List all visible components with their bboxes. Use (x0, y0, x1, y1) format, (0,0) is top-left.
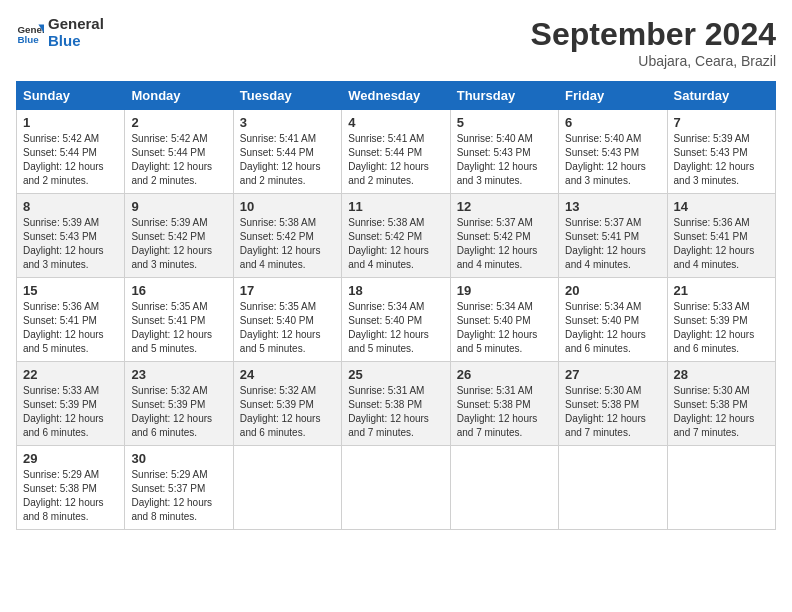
title-block: September 2024 Ubajara, Ceara, Brazil (531, 16, 776, 69)
day-info: Sunrise: 5:38 AMSunset: 5:42 PMDaylight:… (240, 216, 335, 272)
day-info: Sunrise: 5:38 AMSunset: 5:42 PMDaylight:… (348, 216, 443, 272)
calendar-week-4: 22Sunrise: 5:33 AMSunset: 5:39 PMDayligh… (17, 362, 776, 446)
calendar-cell: 18Sunrise: 5:34 AMSunset: 5:40 PMDayligh… (342, 278, 450, 362)
day-info: Sunrise: 5:36 AMSunset: 5:41 PMDaylight:… (674, 216, 769, 272)
day-number: 1 (23, 115, 118, 130)
col-header-saturday: Saturday (667, 82, 775, 110)
day-info: Sunrise: 5:34 AMSunset: 5:40 PMDaylight:… (348, 300, 443, 356)
day-number: 6 (565, 115, 660, 130)
calendar-cell: 20Sunrise: 5:34 AMSunset: 5:40 PMDayligh… (559, 278, 667, 362)
day-info: Sunrise: 5:37 AMSunset: 5:42 PMDaylight:… (457, 216, 552, 272)
day-number: 23 (131, 367, 226, 382)
calendar-cell: 9Sunrise: 5:39 AMSunset: 5:42 PMDaylight… (125, 194, 233, 278)
calendar-cell: 12Sunrise: 5:37 AMSunset: 5:42 PMDayligh… (450, 194, 558, 278)
calendar-cell: 6Sunrise: 5:40 AMSunset: 5:43 PMDaylight… (559, 110, 667, 194)
calendar-cell: 27Sunrise: 5:30 AMSunset: 5:38 PMDayligh… (559, 362, 667, 446)
page-header: General Blue General Blue September 2024… (16, 16, 776, 69)
day-info: Sunrise: 5:32 AMSunset: 5:39 PMDaylight:… (240, 384, 335, 440)
calendar-cell: 23Sunrise: 5:32 AMSunset: 5:39 PMDayligh… (125, 362, 233, 446)
calendar-cell: 21Sunrise: 5:33 AMSunset: 5:39 PMDayligh… (667, 278, 775, 362)
day-number: 4 (348, 115, 443, 130)
day-info: Sunrise: 5:34 AMSunset: 5:40 PMDaylight:… (457, 300, 552, 356)
calendar-cell: 10Sunrise: 5:38 AMSunset: 5:42 PMDayligh… (233, 194, 341, 278)
day-info: Sunrise: 5:33 AMSunset: 5:39 PMDaylight:… (674, 300, 769, 356)
calendar-cell: 3Sunrise: 5:41 AMSunset: 5:44 PMDaylight… (233, 110, 341, 194)
day-number: 17 (240, 283, 335, 298)
day-number: 14 (674, 199, 769, 214)
calendar-cell: 15Sunrise: 5:36 AMSunset: 5:41 PMDayligh… (17, 278, 125, 362)
day-info: Sunrise: 5:40 AMSunset: 5:43 PMDaylight:… (565, 132, 660, 188)
calendar-cell: 24Sunrise: 5:32 AMSunset: 5:39 PMDayligh… (233, 362, 341, 446)
day-info: Sunrise: 5:29 AMSunset: 5:37 PMDaylight:… (131, 468, 226, 524)
day-info: Sunrise: 5:30 AMSunset: 5:38 PMDaylight:… (565, 384, 660, 440)
calendar-cell: 13Sunrise: 5:37 AMSunset: 5:41 PMDayligh… (559, 194, 667, 278)
day-info: Sunrise: 5:41 AMSunset: 5:44 PMDaylight:… (240, 132, 335, 188)
day-info: Sunrise: 5:36 AMSunset: 5:41 PMDaylight:… (23, 300, 118, 356)
logo-line1: General (48, 16, 104, 33)
calendar-cell: 4Sunrise: 5:41 AMSunset: 5:44 PMDaylight… (342, 110, 450, 194)
day-info: Sunrise: 5:41 AMSunset: 5:44 PMDaylight:… (348, 132, 443, 188)
calendar-table: SundayMondayTuesdayWednesdayThursdayFrid… (16, 81, 776, 530)
day-info: Sunrise: 5:33 AMSunset: 5:39 PMDaylight:… (23, 384, 118, 440)
day-number: 30 (131, 451, 226, 466)
day-info: Sunrise: 5:35 AMSunset: 5:40 PMDaylight:… (240, 300, 335, 356)
day-number: 12 (457, 199, 552, 214)
day-number: 28 (674, 367, 769, 382)
day-number: 22 (23, 367, 118, 382)
svg-text:Blue: Blue (17, 33, 39, 44)
day-number: 13 (565, 199, 660, 214)
day-number: 8 (23, 199, 118, 214)
col-header-friday: Friday (559, 82, 667, 110)
day-number: 26 (457, 367, 552, 382)
col-header-thursday: Thursday (450, 82, 558, 110)
day-info: Sunrise: 5:29 AMSunset: 5:38 PMDaylight:… (23, 468, 118, 524)
day-number: 11 (348, 199, 443, 214)
col-header-monday: Monday (125, 82, 233, 110)
day-number: 24 (240, 367, 335, 382)
day-info: Sunrise: 5:42 AMSunset: 5:44 PMDaylight:… (23, 132, 118, 188)
day-info: Sunrise: 5:34 AMSunset: 5:40 PMDaylight:… (565, 300, 660, 356)
calendar-week-3: 15Sunrise: 5:36 AMSunset: 5:41 PMDayligh… (17, 278, 776, 362)
logo-line2: Blue (48, 33, 104, 50)
calendar-cell: 30Sunrise: 5:29 AMSunset: 5:37 PMDayligh… (125, 446, 233, 530)
month-title: September 2024 (531, 16, 776, 53)
calendar-cell (450, 446, 558, 530)
calendar-cell (342, 446, 450, 530)
day-info: Sunrise: 5:42 AMSunset: 5:44 PMDaylight:… (131, 132, 226, 188)
calendar-week-5: 29Sunrise: 5:29 AMSunset: 5:38 PMDayligh… (17, 446, 776, 530)
day-number: 19 (457, 283, 552, 298)
day-number: 20 (565, 283, 660, 298)
day-number: 21 (674, 283, 769, 298)
calendar-cell: 14Sunrise: 5:36 AMSunset: 5:41 PMDayligh… (667, 194, 775, 278)
calendar-cell: 2Sunrise: 5:42 AMSunset: 5:44 PMDaylight… (125, 110, 233, 194)
day-info: Sunrise: 5:31 AMSunset: 5:38 PMDaylight:… (348, 384, 443, 440)
col-header-tuesday: Tuesday (233, 82, 341, 110)
col-header-sunday: Sunday (17, 82, 125, 110)
day-number: 27 (565, 367, 660, 382)
day-number: 2 (131, 115, 226, 130)
calendar-week-1: 1Sunrise: 5:42 AMSunset: 5:44 PMDaylight… (17, 110, 776, 194)
calendar-cell: 7Sunrise: 5:39 AMSunset: 5:43 PMDaylight… (667, 110, 775, 194)
calendar-cell: 22Sunrise: 5:33 AMSunset: 5:39 PMDayligh… (17, 362, 125, 446)
day-info: Sunrise: 5:35 AMSunset: 5:41 PMDaylight:… (131, 300, 226, 356)
day-number: 9 (131, 199, 226, 214)
calendar-cell (559, 446, 667, 530)
calendar-week-2: 8Sunrise: 5:39 AMSunset: 5:43 PMDaylight… (17, 194, 776, 278)
day-number: 25 (348, 367, 443, 382)
day-number: 16 (131, 283, 226, 298)
calendar-cell: 17Sunrise: 5:35 AMSunset: 5:40 PMDayligh… (233, 278, 341, 362)
calendar-cell: 11Sunrise: 5:38 AMSunset: 5:42 PMDayligh… (342, 194, 450, 278)
day-number: 29 (23, 451, 118, 466)
calendar-cell: 5Sunrise: 5:40 AMSunset: 5:43 PMDaylight… (450, 110, 558, 194)
day-number: 18 (348, 283, 443, 298)
logo-icon: General Blue (16, 19, 44, 47)
day-number: 3 (240, 115, 335, 130)
day-info: Sunrise: 5:31 AMSunset: 5:38 PMDaylight:… (457, 384, 552, 440)
calendar-cell: 1Sunrise: 5:42 AMSunset: 5:44 PMDaylight… (17, 110, 125, 194)
location: Ubajara, Ceara, Brazil (531, 53, 776, 69)
col-header-wednesday: Wednesday (342, 82, 450, 110)
calendar-cell: 16Sunrise: 5:35 AMSunset: 5:41 PMDayligh… (125, 278, 233, 362)
calendar-cell: 19Sunrise: 5:34 AMSunset: 5:40 PMDayligh… (450, 278, 558, 362)
day-info: Sunrise: 5:39 AMSunset: 5:43 PMDaylight:… (23, 216, 118, 272)
calendar-header-row: SundayMondayTuesdayWednesdayThursdayFrid… (17, 82, 776, 110)
